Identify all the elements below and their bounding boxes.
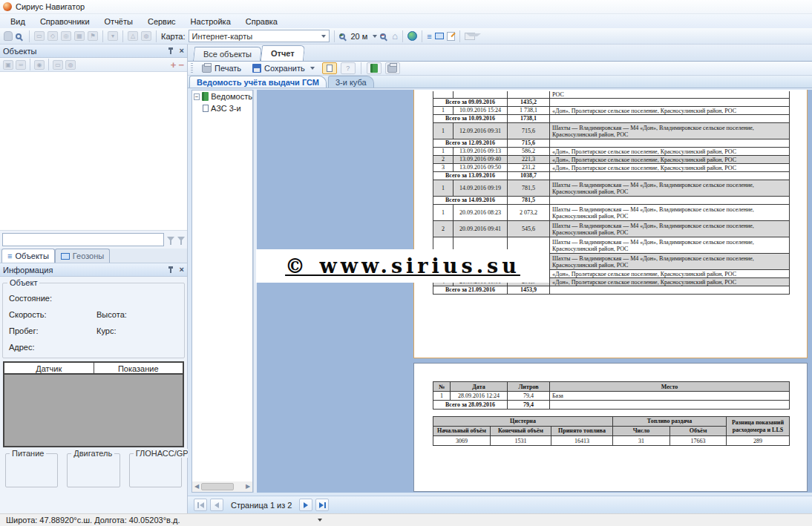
window-title: Сириус Навигатор <box>16 2 85 11</box>
scale-dropdown-icon[interactable] <box>373 35 377 38</box>
report-viewer[interactable]: РОСВсего за 09.09.20161435,2110.09.2016 … <box>257 90 812 493</box>
chevron-down-icon <box>321 35 326 38</box>
close-icon[interactable]: × <box>180 266 184 274</box>
next-page-button[interactable] <box>299 499 312 511</box>
printer-icon <box>202 65 212 73</box>
cell: 1038,7 <box>508 172 550 180</box>
group-header: Топливо раздача <box>613 417 727 427</box>
col-header: Начальный объём <box>433 427 491 436</box>
select-rect-icon[interactable]: ▭ <box>34 31 45 41</box>
cell: 3 <box>433 164 454 172</box>
truck-icon[interactable]: ▭ <box>53 60 63 70</box>
tree-item-vedomost-label: Ведомость <box>211 92 252 101</box>
engine-groupbox: Двигатель <box>67 453 119 487</box>
toolbar-separator <box>422 30 422 42</box>
pan-tool-icon[interactable] <box>4 31 13 41</box>
table-row: 114.09.2016 09:19781,5Шахты — Владимиров… <box>433 180 790 197</box>
menu-view[interactable]: Вид <box>3 16 33 27</box>
mail-icon[interactable] <box>465 33 475 40</box>
report-doc-tabs: Ведомость учёта выдачи ГСМ 3-и куба <box>188 76 812 88</box>
objects-filter-input[interactable] <box>2 233 164 246</box>
cell: «Дон», Пролетарское сельское поселение, … <box>550 270 790 278</box>
cell: 20.09.2016 09:41 <box>454 221 508 237</box>
info-panel-body: Объект Состояние: Скорость: Высота: Проб… <box>0 277 187 490</box>
scroll-thumb[interactable] <box>201 483 234 490</box>
doc-tab-kuba[interactable]: 3-и куба <box>328 76 374 88</box>
menu-settings[interactable]: Настройка <box>183 16 238 27</box>
edit-note-icon[interactable] <box>447 32 455 41</box>
globe-search-icon[interactable]: ◉ <box>34 60 45 70</box>
menu-help[interactable]: Справка <box>238 16 285 27</box>
cell <box>550 286 790 295</box>
link-icon[interactable]: ∞ <box>16 60 26 70</box>
map-provider-select[interactable]: Интернет-карты <box>189 30 330 42</box>
print-preview-toggle[interactable] <box>385 62 400 74</box>
report-tree-toggle[interactable] <box>367 62 382 74</box>
pin-icon[interactable] <box>168 47 174 54</box>
pin-icon[interactable] <box>168 266 174 273</box>
select-route-icon[interactable]: ⚑ <box>88 31 98 41</box>
cell: 13.09.2016 09:13 <box>454 148 508 156</box>
first-page-button[interactable] <box>194 499 207 511</box>
page-setup-toggle[interactable] <box>322 62 337 74</box>
statusbar-dropdown-icon[interactable] <box>318 519 322 522</box>
menu-service[interactable]: Сервис <box>140 16 183 27</box>
map-select-label: Карта: <box>161 32 186 41</box>
objects-list[interactable] <box>0 72 187 231</box>
table-row: 1 28.09.2016 12:24 79,4 База <box>433 392 790 401</box>
close-icon[interactable]: × <box>180 47 184 55</box>
help-toggle[interactable]: ? <box>341 62 356 74</box>
cell: 715,6 <box>508 123 550 139</box>
cell: 28.09.2016 12:24 <box>451 392 508 401</box>
objects-panel-title: Объекты <box>3 47 36 56</box>
toolbar-separator <box>29 30 30 42</box>
tab-all-objects[interactable]: Все объекты <box>193 47 262 61</box>
select-area-icon[interactable]: ▦ <box>74 31 85 41</box>
scroll-right-icon[interactable]: ▶ <box>243 482 252 491</box>
tree-item-azs[interactable]: АЗС 3-и <box>192 102 252 114</box>
cell: 17663 <box>670 436 727 446</box>
tab-geozones[interactable]: Геозоны <box>55 249 110 263</box>
zoom-select-icon[interactable] <box>16 33 22 39</box>
scroll-left-icon[interactable]: ◀ <box>192 482 201 491</box>
total-row: Всего за 28.09.2016 79,4 <box>433 401 790 410</box>
filter-icon[interactable] <box>167 237 174 241</box>
tree-collapse-icon[interactable]: − <box>194 93 200 100</box>
object-list-icon[interactable]: ≡ <box>427 32 431 41</box>
cell: Шахты — Владимировская — М4 «Дон», Влади… <box>550 237 790 254</box>
tree-hscrollbar[interactable]: ◀ ▶ <box>192 481 252 492</box>
tree-item-vedomost[interactable]: − Ведомость <box>192 91 252 102</box>
select-polygon-icon[interactable]: ◇ <box>48 31 58 41</box>
map-scale-value[interactable]: 20 м <box>351 32 368 41</box>
prev-page-button[interactable] <box>210 499 223 511</box>
geozone-icon[interactable] <box>435 33 444 39</box>
remove-object-icon[interactable]: − <box>178 60 184 70</box>
home-icon[interactable]: ⌂ <box>392 31 398 41</box>
stamp-icon[interactable]: ◍ <box>141 31 151 41</box>
tab-report[interactable]: Отчет <box>261 45 305 61</box>
save-button[interactable]: Сохранить <box>249 63 318 73</box>
zoom-out-icon[interactable] <box>380 33 386 39</box>
state-label: Состояние: <box>9 294 96 303</box>
globe-gray-icon[interactable]: ◍ <box>65 60 76 70</box>
measure-icon[interactable]: △ <box>128 31 138 41</box>
doc-tab-vedomost[interactable]: Ведомость учёта выдачи ГСМ <box>189 76 327 88</box>
select-circle-icon[interactable]: ◎ <box>61 31 71 41</box>
cell: 16413 <box>551 436 613 446</box>
zoom-in-icon[interactable] <box>339 33 345 39</box>
menu-reports[interactable]: Отчёты <box>97 16 140 27</box>
globe-icon[interactable] <box>407 31 417 41</box>
col-header: Литров <box>508 382 550 392</box>
add-vehicle-icon[interactable]: ▣ <box>3 60 13 70</box>
menu-directories[interactable]: Справочники <box>33 16 97 27</box>
toolbar-separator <box>122 30 123 42</box>
layers-dropdown-icon[interactable]: ▾ <box>108 31 118 41</box>
address-label: Адрес: <box>9 343 96 352</box>
print-button[interactable]: Печать <box>198 63 245 73</box>
add-object-icon[interactable]: + <box>171 60 177 70</box>
last-page-button[interactable] <box>315 499 329 511</box>
table-row: 3069 1531 16413 31 17663 289 <box>433 436 790 446</box>
cell: Шахты — Владимировская — М4 «Дон», Влади… <box>550 205 790 221</box>
tab-objects[interactable]: ≡ Объекты <box>1 249 55 263</box>
filter-clear-icon[interactable] <box>177 237 185 241</box>
